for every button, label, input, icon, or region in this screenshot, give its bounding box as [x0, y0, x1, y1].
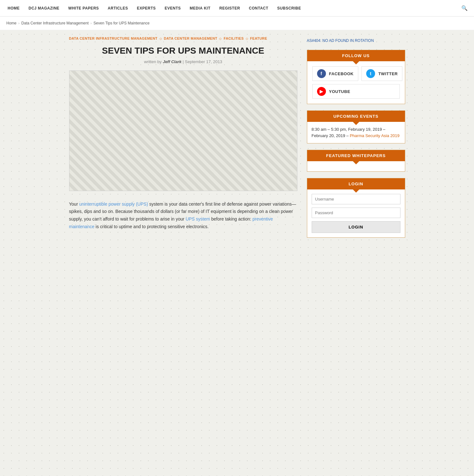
login-header: LOGIN	[307, 178, 405, 189]
featured-whitepapers-header: FEATURED WHITEPAPERS	[307, 150, 405, 161]
tag-sep-2: ◇	[219, 37, 222, 40]
nav-contact[interactable]: CONTACT	[244, 0, 273, 17]
article-meta: written by Jeff Clark | September 17, 20…	[69, 59, 297, 64]
tag-dcim[interactable]: DATA CENTER INFRASTRUCTURE MANAGEMENT	[69, 36, 158, 40]
main-navigation: HOME DCJ MAGAZINE WHITE PAPERS ARTICLES …	[0, 0, 474, 17]
main-content: DATA CENTER INFRASTRUCTURE MANAGEMENT ◇ …	[69, 36, 297, 244]
body-text-end-prefix: before taking action:	[210, 216, 252, 221]
breadcrumb-sep-2: ›	[90, 22, 91, 25]
tag-feature[interactable]: FEATURE	[250, 36, 267, 40]
tag-dcm[interactable]: DATA CENTER MANAGEMENT	[164, 36, 218, 40]
twitter-label: TWITTER	[378, 71, 398, 76]
author-name: Jeff Clark	[163, 59, 181, 64]
meta-separator: |	[183, 59, 185, 64]
upcoming-events-header: UPCOMING EVENTS	[307, 111, 405, 122]
breadcrumb-current: Seven Tips for UPS Maintenance	[94, 21, 150, 25]
breadcrumb: Home › Data Center Infrastructure Manage…	[0, 17, 474, 30]
password-input[interactable]	[312, 208, 400, 218]
nav-dcj-magazine[interactable]: DCJ MAGAZINE	[24, 0, 64, 17]
social-row-1: f FACEBOOK t TWITTER	[312, 66, 400, 81]
nav-media-kit[interactable]: MEDIA KIT	[185, 0, 215, 17]
body-link-ups[interactable]: uninterruptible power supply (UPS)	[79, 202, 148, 207]
twitter-button[interactable]: t TWITTER	[361, 66, 402, 81]
article-date: September 17, 2013	[185, 59, 222, 64]
login-body: LOGIN	[307, 189, 405, 237]
article-body: Your uninterruptible power supply (UPS) …	[69, 201, 297, 231]
event1-link[interactable]: Pharma Security Asia 2019	[350, 133, 399, 138]
youtube-label: YOUTUBE	[329, 89, 350, 94]
widget-upcoming-events: UPCOMING EVENTS 8:30 am – 5:30 pm, Febru…	[307, 110, 405, 143]
nav-events[interactable]: EVENTS	[160, 0, 185, 17]
widget-follow-us: FOLLOW US f FACEBOOK t TWITTER ▶ YOUTUB	[307, 50, 405, 104]
nav-articles[interactable]: ARTICLES	[103, 0, 133, 17]
article-title: SEVEN TIPS FOR UPS MAINTENANCE	[69, 45, 297, 56]
breadcrumb-parent[interactable]: Data Center Infrastructure Management	[21, 21, 88, 25]
article-image	[69, 70, 297, 191]
widget-featured-whitepapers: FEATURED WHITEPAPERS	[307, 150, 405, 172]
youtube-button[interactable]: ▶ YOUTUBE	[312, 84, 400, 99]
follow-us-header: FOLLOW US	[307, 50, 405, 61]
body-link-ups-system[interactable]: UPS system	[185, 216, 210, 221]
facebook-icon: f	[317, 69, 326, 78]
body-text-end: is critical to uptime and to protecting …	[94, 224, 209, 229]
facebook-label: FACEBOOK	[329, 71, 354, 76]
tag-sep-1: ◇	[159, 37, 162, 40]
breadcrumb-sep-1: ›	[18, 22, 19, 25]
author-prefix: written by	[144, 59, 162, 64]
nav-register[interactable]: REGISTER	[215, 0, 244, 17]
social-buttons: f FACEBOOK t TWITTER ▶ YOUTUBE	[307, 61, 405, 104]
tag-facilities[interactable]: FACILITIES	[224, 36, 243, 40]
article-tags: DATA CENTER INFRASTRUCTURE MANAGEMENT ◇ …	[69, 36, 297, 40]
sidebar: AS#404: NO AD FOUND IN ROTATION FOLLOW U…	[307, 36, 405, 244]
breadcrumb-home[interactable]: Home	[6, 21, 16, 25]
nav-experts[interactable]: EXPERTS	[133, 0, 160, 17]
search-icon[interactable]: 🔍	[458, 5, 471, 11]
nav-subscribe[interactable]: SUBSCRIBE	[273, 0, 305, 17]
youtube-icon: ▶	[317, 87, 326, 96]
body-text-prefix: Your	[69, 202, 79, 207]
social-row-2: ▶ YOUTUBE	[312, 84, 400, 99]
nav-home[interactable]: HOME	[3, 0, 24, 17]
tag-sep-3: ◇	[246, 37, 248, 40]
username-input[interactable]	[312, 194, 400, 204]
events-body: 8:30 am – 5:30 pm, February 19, 2019 – F…	[307, 122, 405, 143]
sidebar-ad: AS#404: NO AD FOUND IN ROTATION	[307, 36, 405, 45]
nav-white-papers[interactable]: WHITE PAPERS	[64, 0, 103, 17]
facebook-button[interactable]: f FACEBOOK	[312, 66, 359, 81]
widget-login: LOGIN LOGIN	[307, 178, 405, 238]
twitter-icon: t	[366, 69, 375, 78]
login-button[interactable]: LOGIN	[312, 221, 400, 233]
